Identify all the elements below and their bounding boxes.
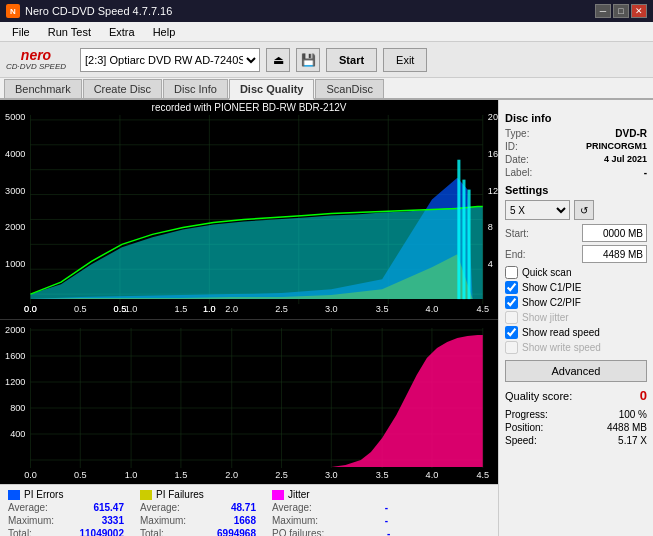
settings-title: Settings: [505, 184, 647, 196]
quick-scan-checkbox[interactable]: [505, 266, 518, 279]
menu-file[interactable]: File: [4, 24, 38, 40]
show-read-speed-checkbox[interactable]: [505, 326, 518, 339]
svg-text:2000: 2000: [5, 222, 25, 232]
maximize-button[interactable]: □: [613, 4, 629, 18]
show-write-speed-checkbox[interactable]: [505, 341, 518, 354]
progress-value: 100 %: [619, 409, 647, 420]
jitter-po: PO failures: -: [272, 528, 390, 536]
start-input-row: Start:: [505, 224, 647, 242]
svg-text:4.0: 4.0: [426, 470, 439, 480]
refresh-button[interactable]: ↺: [574, 200, 594, 220]
jitter-avg-label: Average:: [272, 502, 322, 513]
speed-select[interactable]: 5 X: [505, 200, 570, 220]
position-label: Position:: [505, 422, 543, 433]
pi-failures-max-label: Maximum:: [140, 515, 190, 526]
disc-id-value: PRINCORGM1: [586, 141, 647, 152]
title-bar: N Nero CD-DVD Speed 4.7.7.16 ─ □ ✕: [0, 0, 653, 22]
menu-help[interactable]: Help: [145, 24, 184, 40]
tab-disc-quality[interactable]: Disc Quality: [229, 79, 315, 100]
disc-id-row: ID: PRINCORGM1: [505, 141, 647, 152]
svg-text:0.5: 0.5: [74, 304, 87, 314]
jitter-color: [272, 490, 284, 500]
pi-failures-avg: Average: 48.71: [140, 502, 256, 513]
show-jitter-label: Show jitter: [522, 312, 569, 323]
advanced-button[interactable]: Advanced: [505, 360, 647, 382]
show-read-speed-label: Show read speed: [522, 327, 600, 338]
exit-button[interactable]: Exit: [383, 48, 427, 72]
pi-errors-total-label: Total:: [8, 528, 58, 536]
disc-type-row: Type: DVD-R: [505, 128, 647, 139]
tab-create-disc[interactable]: Create Disc: [83, 79, 162, 98]
speed-setting-row[interactable]: 5 X ↺: [505, 200, 647, 220]
disc-type-label: Type:: [505, 128, 529, 139]
app-title: Nero CD-DVD Speed 4.7.7.16: [25, 5, 172, 17]
pi-errors-max-label: Maximum:: [8, 515, 58, 526]
show-c1pie-row[interactable]: Show C1/PIE: [505, 281, 647, 294]
tab-bar: Benchmark Create Disc Disc Info Disc Qua…: [0, 78, 653, 100]
show-jitter-checkbox[interactable]: [505, 311, 518, 324]
show-c2pif-row[interactable]: Show C2/PIF: [505, 296, 647, 309]
menu-run-test[interactable]: Run Test: [40, 24, 99, 40]
svg-text:4: 4: [488, 259, 493, 269]
svg-text:3.0: 3.0: [325, 304, 338, 314]
pi-failures-total-label: Total:: [140, 528, 190, 536]
tab-scan-disc[interactable]: ScanDisc: [315, 79, 383, 98]
svg-text:2000: 2000: [5, 325, 25, 335]
drive-select[interactable]: [2:3] Optiarc DVD RW AD-7240S 1.04: [80, 48, 260, 72]
svg-text:1.0: 1.0: [125, 304, 138, 314]
svg-text:2.5: 2.5: [275, 470, 288, 480]
pi-failures-total: Total: 6994968: [140, 528, 256, 536]
pi-errors-avg-label: Average:: [8, 502, 58, 513]
disc-label-row: Label: -: [505, 167, 647, 178]
disc-type-value: DVD-R: [615, 128, 647, 139]
svg-text:3000: 3000: [5, 186, 25, 196]
pi-errors-color: [8, 490, 20, 500]
disc-date-label: Date:: [505, 154, 529, 165]
jitter-avg-value: -: [328, 502, 388, 513]
chart-top: recorded with PIONEER BD-RW BDR-212V: [0, 100, 498, 320]
jitter-max: Maximum: -: [272, 515, 390, 526]
svg-text:5000: 5000: [5, 112, 25, 122]
window-controls[interactable]: ─ □ ✕: [595, 4, 647, 18]
pi-failures-avg-value: 48.71: [196, 502, 256, 513]
save-button[interactable]: 💾: [296, 48, 320, 72]
close-button[interactable]: ✕: [631, 4, 647, 18]
show-c2pif-label: Show C2/PIF: [522, 297, 581, 308]
legend-pi-errors: PI Errors Average: 615.47 Maximum: 3331 …: [8, 489, 124, 536]
legend-jitter: Jitter Average: - Maximum: - PO failures…: [272, 489, 390, 536]
show-c1pie-checkbox[interactable]: [505, 281, 518, 294]
quick-scan-row[interactable]: Quick scan: [505, 266, 647, 279]
svg-rect-45: [468, 190, 471, 300]
speed-value: 5.17 X: [618, 435, 647, 446]
progress-section: Progress: 100 % Position: 4488 MB Speed:…: [505, 409, 647, 446]
svg-text:1.0: 1.0: [203, 304, 216, 314]
tab-disc-info[interactable]: Disc Info: [163, 79, 228, 98]
tab-benchmark[interactable]: Benchmark: [4, 79, 82, 98]
pi-failures-avg-label: Average:: [140, 502, 190, 513]
eject-button[interactable]: ⏏: [266, 48, 290, 72]
speed-label: Speed:: [505, 435, 537, 446]
progress-label: Progress:: [505, 409, 548, 420]
svg-text:12: 12: [488, 186, 498, 196]
disc-label-value: -: [644, 167, 647, 178]
svg-text:4.0: 4.0: [426, 304, 439, 314]
quality-score-label: Quality score:: [505, 390, 572, 402]
legend: PI Errors Average: 615.47 Maximum: 3331 …: [0, 484, 498, 536]
show-read-speed-row[interactable]: Show read speed: [505, 326, 647, 339]
minimize-button[interactable]: ─: [595, 4, 611, 18]
show-c2pif-checkbox[interactable]: [505, 296, 518, 309]
svg-text:1600: 1600: [5, 351, 25, 361]
chart-title: recorded with PIONEER BD-RW BDR-212V: [152, 102, 347, 113]
svg-text:2.0: 2.0: [225, 304, 238, 314]
svg-text:8: 8: [488, 222, 493, 232]
start-button[interactable]: Start: [326, 48, 377, 72]
pi-errors-label: PI Errors: [24, 489, 63, 500]
disc-date-value: 4 Jul 2021: [604, 154, 647, 165]
toolbar: nero CD·DVD SPEED [2:3] Optiarc DVD RW A…: [0, 42, 653, 78]
jitter-avg: Average: -: [272, 502, 390, 513]
menu-extra[interactable]: Extra: [101, 24, 143, 40]
start-input[interactable]: [582, 224, 647, 242]
disc-label-label: Label:: [505, 167, 532, 178]
jitter-po-label: PO failures:: [272, 528, 324, 536]
end-input[interactable]: [582, 245, 647, 263]
